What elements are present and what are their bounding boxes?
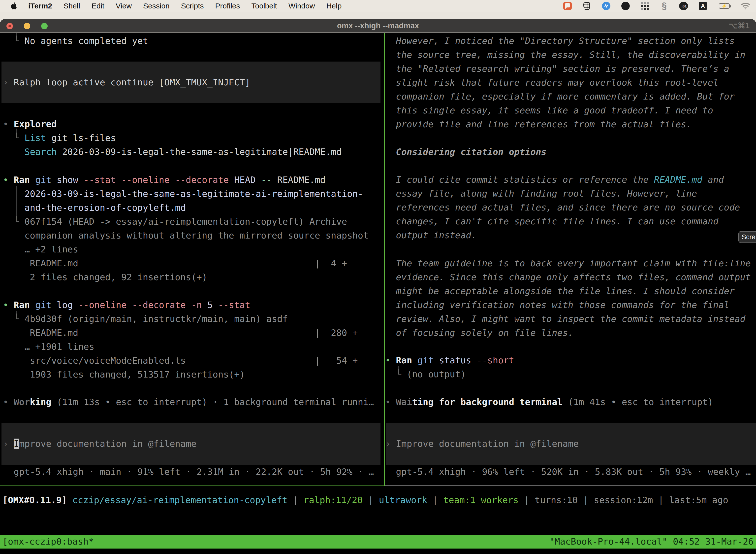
terminal-line: companion file, especially if more comme… [385, 90, 745, 104]
apple-icon [10, 2, 17, 10]
menu-item-help[interactable]: Help [326, 2, 342, 10]
shield-grid-icon[interactable] [582, 1, 591, 10]
terminal-line: companion analysis without altering the … [3, 229, 369, 242]
terminal-line: › Improve documentation in @filename [385, 437, 579, 451]
terminal-line: Considering citation options [385, 145, 547, 159]
menu-item-profiles[interactable]: Profiles [215, 2, 240, 10]
menu-bar-status-icons: § ..61 A ⚡ [563, 1, 750, 10]
omx-status-bar: [OMX#0.11.9] cczip/essay/ai-reimplementa… [2, 493, 728, 507]
terminal-line: review. Also, I might want to inspect th… [385, 312, 751, 326]
terminal-line: Search 2026-03-09-is-legal-the-same-as-l… [3, 145, 341, 159]
terminal-line: src/voice/voiceModeEnabled.ts | 54 + [3, 354, 358, 368]
terminal-line: └ 067f154 (HEAD -> essay/ai-reimplementa… [3, 215, 369, 229]
left-prompt-text: › Improve documentation in @filename [3, 437, 196, 451]
macos-menu-bar: iTerm2ShellEditViewSessionScriptsProfile… [0, 0, 756, 12]
terminal-line: the "Related research writing" section i… [385, 62, 745, 76]
terminal-line: • Working (11m 13s • esc to interrupt) ·… [3, 395, 374, 409]
left-working-status: • Working (11m 13s • esc to interrupt) ·… [3, 395, 374, 409]
terminal-line: output instead. [385, 228, 740, 242]
screen-share-overlay-label: Scre [742, 233, 756, 241]
menu-item-toolbelt[interactable]: Toolbelt [252, 2, 277, 10]
left-agents-note: └ No agents completed yet [3, 34, 148, 48]
left-session-status: gpt-5.4 xhigh · main · 91% left · 2.31M … [3, 465, 374, 479]
terminal-line: this single essay, it seems like a good … [385, 104, 745, 117]
right-reasoning-paragraph-3: The team guideline is to back every impo… [385, 257, 751, 340]
terminal-line: › Improve documentation in @filename [3, 437, 196, 451]
menu-item-window[interactable]: Window [289, 2, 315, 10]
wifi-icon[interactable] [741, 1, 750, 10]
terminal-line: └ List git ls-files [3, 131, 341, 145]
terminal-line: However, I noticed the "Directory Struct… [385, 34, 745, 48]
terminal-line: including verification notes with those … [385, 298, 751, 312]
right-pane-bottom-border [385, 486, 756, 486]
terminal-line: • Explored [3, 117, 341, 131]
git-status-section: • Ran git status --short └ (no output) [385, 353, 514, 381]
iterm2-window: omx --xhigh --madmax ⌥⌘1 [omx-cczip0:bas… [0, 19, 756, 554]
menu-item-edit[interactable]: Edit [91, 2, 105, 10]
keyboard-layout-icon[interactable]: A [698, 1, 707, 10]
terminal-line: references need actual files, and since … [385, 201, 740, 214]
crescent-circle-icon[interactable] [621, 1, 630, 10]
git-show-section: • Ran git show --stat --oneline --decora… [3, 173, 369, 284]
tmux-host-clock: "MacBook-Pro-44.local" 04:52 31-Mar-26 [549, 535, 754, 549]
terminal-line: gpt-5.4 xhigh · main · 91% left · 2.31M … [3, 465, 374, 479]
window-title: omx --xhigh --madmax [0, 19, 756, 33]
hook-icon[interactable]: § [660, 1, 669, 10]
window-shortcut-badge: ⌥⌘1 [729, 19, 750, 33]
terminal-line: … +2 lines [3, 242, 369, 257]
apple-menu[interactable] [10, 2, 17, 10]
terminal-line: [OMX#0.11.9] cczip/essay/ai-reimplementa… [2, 493, 728, 507]
pane-divider[interactable] [384, 33, 385, 486]
menu-item-scripts[interactable]: Scripts [181, 2, 204, 10]
tmux-session-label: [omx-cczip0:bash* [2, 535, 94, 549]
chat-app-icon[interactable] [563, 1, 572, 10]
menu-item-shell[interactable]: Shell [63, 2, 80, 10]
terminal-line: evidence. Since this change only affects… [385, 270, 751, 284]
terminal-line: └ No agents completed yet [3, 34, 148, 48]
terminal-line: the source tree, missing the essay. Stil… [385, 48, 745, 62]
battery-icon[interactable]: ⚡ [718, 1, 731, 10]
terminal-content: [omx-cczip0:bash* "MacBook-Pro-44.local"… [0, 33, 756, 554]
menu-item-view[interactable]: View [116, 2, 132, 10]
menu-item-iterm2[interactable]: iTerm2 [28, 2, 52, 10]
menu-item-session[interactable]: Session [143, 2, 170, 10]
terminal-line: 2 files changed, 92 insertions(+) [3, 270, 369, 284]
terminal-line: • Ran git show --stat --oneline --decora… [3, 173, 369, 187]
git-log-section: • Ran git log --oneline --decorate -n 5 … [3, 298, 358, 382]
right-reasoning-paragraph-2: I could cite commit statistics or refere… [385, 173, 740, 242]
terminal-line: The team guideline is to back every impo… [385, 257, 751, 270]
blue-badge-icon[interactable] [602, 1, 611, 10]
terminal-line: I could cite commit statistics or refere… [385, 173, 740, 187]
terminal-line: • Waiting for background terminal (1m 41… [385, 395, 713, 409]
menu-items: iTerm2ShellEditViewSessionScriptsProfile… [28, 2, 341, 10]
terminal-line: └ 4b9d30f (origin/main, instructkr/main,… [3, 312, 358, 326]
ralph-inject-line: › Ralph loop active continue [OMX_TMUX_I… [3, 75, 250, 89]
right-prompt-text: › Improve documentation in @filename [385, 437, 579, 451]
terminal-line: 1903 files changed, 513517 insertions(+) [3, 368, 358, 382]
tmux-status-bar: [omx-cczip0:bash* "MacBook-Pro-44.local"… [0, 535, 756, 549]
left-pane-bottom-border [0, 486, 384, 486]
terminal-line: • Ran git log --oneline --decorate -n 5 … [3, 298, 358, 312]
terminal-line: changes, I can't cite specific file line… [385, 214, 740, 228]
terminal-line: … +1901 lines [3, 340, 358, 354]
terminal-line: README.md | 4 + [3, 257, 369, 270]
terminal-line: and-the-erosion-of-copyleft.md [3, 201, 369, 215]
terminal-line: 2026-03-09-is-legal-the-same-as-legitima… [3, 187, 369, 201]
explored-section: • Explored └ List git ls-files Search 20… [3, 117, 341, 159]
terminal-line: of focusing solely on file lines. [385, 326, 751, 340]
terminal-line: gpt-5.4 xhigh · 96% left · 520K in · 5.8… [385, 465, 751, 479]
terminal-line: └ (no output) [385, 367, 514, 381]
terminal-line: README.md | 280 + [3, 326, 358, 340]
screen-share-overlay-tab[interactable]: Scre [738, 231, 756, 243]
window-title-bar: omx --xhigh --madmax ⌥⌘1 [0, 19, 756, 33]
terminal-line: might be acceptable alongside the file l… [385, 284, 751, 298]
badge-61-icon[interactable]: ..61 [679, 1, 688, 10]
terminal-line: provide file and line references from th… [385, 117, 745, 131]
right-waiting-status: • Waiting for background terminal (1m 41… [385, 395, 713, 409]
right-reasoning-heading: Considering citation options [385, 145, 547, 159]
right-reasoning-paragraph-1: However, I noticed the "Directory Struct… [385, 34, 745, 131]
terminal-line: • Ran git status --short [385, 353, 514, 367]
dots-grid-icon[interactable] [640, 1, 649, 10]
right-session-status: gpt-5.4 xhigh · 96% left · 520K in · 5.8… [385, 465, 751, 479]
terminal-line: slight risk that future readers may over… [385, 76, 745, 90]
